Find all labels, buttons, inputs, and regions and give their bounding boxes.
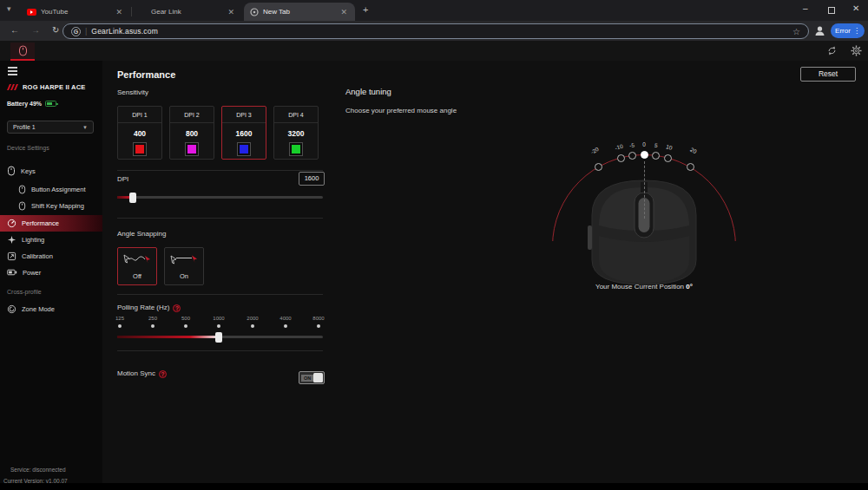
dpi-color-swatch[interactable] [133, 142, 147, 156]
dpi-preset-label: DPI 2 [184, 112, 200, 118]
profile-select[interactable]: Profile 1 ▼ [7, 121, 94, 134]
url-input[interactable]: G | GearLink.asus.com ☆ [62, 23, 809, 39]
toggle-state-label: ON [301, 375, 313, 382]
profile-select-value: Profile 1 [13, 124, 36, 130]
sidebar-item-performance[interactable]: Performance [0, 215, 102, 232]
dpi-preset-label: DPI 4 [288, 112, 304, 118]
sidebar-item-label: Calibration [22, 252, 53, 260]
help-icon[interactable]: ? [173, 304, 181, 312]
section-cross-profile: Cross-profile [7, 289, 42, 295]
mouse-device-icon [18, 45, 28, 56]
dpi-preset-3[interactable]: DPI 3 1600 [221, 106, 266, 160]
sidebar: ROG HARPE II ACE Battery 49% Profile 1 ▼… [0, 61, 102, 483]
tab-close-icon[interactable]: ✕ [114, 8, 124, 16]
motion-sync-toggle[interactable]: ON [299, 371, 325, 384]
angle-marker[interactable] [664, 154, 672, 162]
polling-rate-slider[interactable] [117, 336, 323, 338]
zone-mode-icon [7, 304, 16, 314]
angle-marker[interactable] [652, 152, 660, 160]
settings-gear-icon[interactable] [851, 45, 862, 56]
omnibox-separator: | [85, 27, 87, 36]
sidebar-item-power[interactable]: Power [7, 265, 109, 279]
window-close-button[interactable]: ✕ [852, 3, 859, 13]
toggle-knob[interactable] [313, 373, 324, 382]
dpi-slider-thumb[interactable] [129, 193, 136, 203]
browser-error-menu-button[interactable]: Error ⋮ [831, 23, 865, 38]
angle-snapping-on-button[interactable]: On [164, 247, 204, 285]
device-tab[interactable] [10, 42, 35, 59]
dpi-color-swatch[interactable] [237, 142, 251, 156]
bookmark-star-icon[interactable]: ☆ [792, 27, 800, 36]
polling-tick-label: 250 [142, 316, 163, 321]
tab-new-tab[interactable]: New Tab ✕ [244, 3, 355, 21]
battery-label: Battery 49% [7, 101, 42, 107]
help-icon[interactable]: ? [159, 370, 167, 378]
snap-off-label: Off [133, 272, 141, 280]
polling-tick-dot[interactable] [184, 324, 187, 328]
hamburger-menu-icon[interactable] [8, 67, 17, 77]
back-icon[interactable]: ← [10, 25, 19, 35]
sidebar-item-calibration[interactable]: Calibration [7, 249, 109, 263]
polling-slider-thumb[interactable] [215, 332, 222, 343]
polling-tick-dot[interactable] [217, 324, 220, 328]
tab-separator [131, 7, 132, 16]
polling-slider-fill [117, 336, 219, 338]
dpi-preset-value: 800 [186, 129, 198, 138]
tab-close-icon[interactable]: ✕ [339, 8, 349, 16]
dpi-value-box[interactable]: 1600 [299, 172, 325, 186]
polling-tick-dot[interactable] [151, 324, 155, 328]
dpi-preset-4[interactable]: DPI 4 3200 [273, 106, 319, 160]
polling-tick-dot[interactable] [251, 324, 254, 328]
dpi-preset-2[interactable]: DPI 2 800 [169, 106, 214, 160]
sync-icon[interactable] [826, 45, 838, 56]
angle-marker-current[interactable] [641, 151, 648, 159]
angle-scale-label: 10 [660, 141, 678, 152]
divider [117, 218, 323, 219]
sidebar-item-lighting[interactable]: Lighting [7, 232, 109, 246]
angle-tuning-subtitle: Choose your preferred mouse angle [345, 107, 457, 114]
dpi-color-swatch[interactable] [185, 142, 199, 156]
sidebar-item-zone-mode[interactable]: Zone Mode [7, 302, 109, 316]
sensitivity-label: Sensitivity [117, 88, 148, 96]
angle-snapping-label: Angle Snapping [117, 230, 167, 238]
youtube-favicon-icon [27, 9, 36, 16]
polling-tick-dot[interactable] [118, 324, 122, 328]
device-name: ROG HARPE II ACE [23, 83, 86, 91]
polling-tick-label: 500 [175, 316, 196, 321]
window-maximize-button[interactable] [828, 7, 835, 14]
polling-tick-dot[interactable] [317, 324, 320, 328]
dpi-color-swatch[interactable] [289, 142, 303, 156]
angle-center-guide [644, 161, 645, 219]
page-title: Performance [117, 69, 175, 80]
reload-icon[interactable]: ↻ [52, 25, 59, 35]
tab-search-chevron-icon[interactable]: ▾ [7, 4, 11, 13]
sidebar-item-keys[interactable]: Keys [7, 164, 109, 178]
angle-marker[interactable] [687, 163, 694, 171]
sidebar-item-label: Button Assignment [31, 186, 86, 193]
tab-label: YouTube [41, 8, 108, 16]
tab-close-icon[interactable]: ✕ [226, 8, 236, 16]
window-minimize-button[interactable]: – [803, 3, 808, 13]
polling-tick-label: 2000 [242, 316, 263, 321]
speedometer-icon [7, 219, 16, 228]
polling-tick-dot[interactable] [284, 324, 287, 328]
angle-marker[interactable] [628, 152, 636, 160]
dpi-slider[interactable] [117, 196, 323, 199]
polling-tick-label: 1000 [208, 316, 229, 321]
mouse-position-value: 0° [686, 283, 693, 291]
angle-snapping-off-button[interactable]: Off [117, 247, 157, 285]
angle-marker[interactable] [617, 154, 625, 162]
new-tab-button[interactable]: + [363, 4, 368, 15]
tab-youtube[interactable]: YouTube ✕ [21, 3, 130, 21]
dpi-preset-1[interactable]: DPI 1 400 [117, 106, 162, 160]
tab-gearlink[interactable]: Gear Link ✕ [133, 3, 242, 21]
divider [117, 350, 323, 351]
url-text: GearLink.asus.com [91, 27, 792, 36]
polling-rate-label: Polling Rate (Hz)? [117, 304, 181, 312]
profile-avatar-icon[interactable] [814, 25, 825, 36]
service-status: Service: disconnected [10, 467, 66, 473]
device-name-row: ROG HARPE II ACE [7, 83, 86, 91]
angle-marker[interactable] [595, 163, 602, 171]
dpi-preset-label: DPI 3 [236, 112, 252, 118]
forward-icon[interactable]: → [31, 25, 40, 35]
